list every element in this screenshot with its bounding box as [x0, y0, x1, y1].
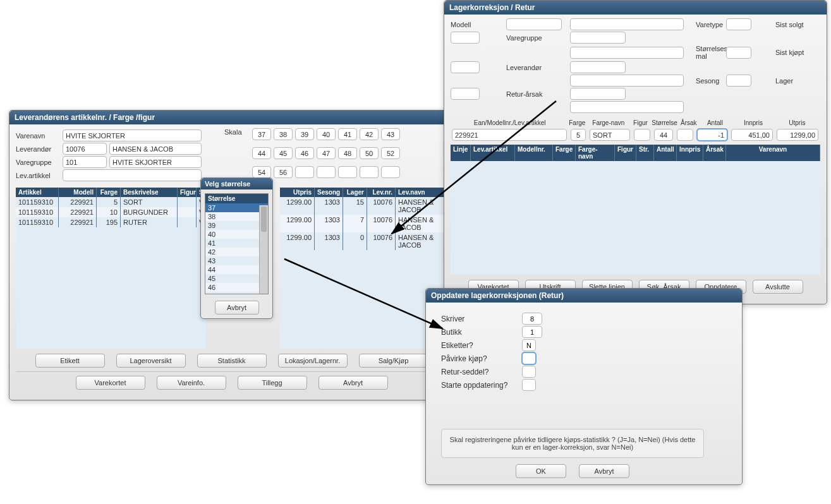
sistkjopt-input[interactable]	[451, 61, 480, 73]
label-stmal: Størrelses-mal	[696, 45, 721, 60]
label-levartikkel: Lev.artikkel	[16, 172, 60, 179]
salgkjop-button[interactable]: Salg/Kjøp	[359, 354, 428, 368]
table-row[interactable]: 101159310 229921 195 RUTER VI	[16, 217, 205, 227]
skriver-input[interactable]	[522, 313, 542, 325]
left-table-body[interactable]: 101159310 229921 5 SORT VI 101159310 229…	[16, 197, 205, 349]
lokasjon-button[interactable]: Lokasjon/Lagernr.	[278, 354, 348, 368]
varegruppe-navn-input[interactable]	[109, 156, 202, 168]
varegruppe2-name-input[interactable]	[570, 47, 684, 59]
skala-cell[interactable]	[381, 166, 400, 178]
tillegg-button[interactable]: Tillegg	[238, 376, 307, 390]
skala-cell[interactable]	[274, 166, 293, 178]
skala-cell[interactable]	[252, 147, 271, 159]
figur-input[interactable]	[634, 129, 650, 141]
label-varenavn: Varenavn	[16, 132, 60, 140]
supplier-article-window: Leverandørens artikkelnr. / Farge /figur…	[9, 110, 454, 400]
label-retursedd: Retur-seddel?	[441, 368, 517, 376]
skala-cell[interactable]	[360, 166, 379, 178]
skala-cell[interactable]	[338, 128, 357, 140]
skala-cell[interactable]	[317, 128, 336, 140]
innpris-input[interactable]	[731, 129, 773, 141]
farge-input[interactable]	[571, 129, 586, 141]
etikett-button[interactable]: Etikett	[35, 354, 105, 368]
levartikkel-input[interactable]	[63, 169, 202, 181]
ean-input[interactable]	[452, 129, 567, 141]
avslutte-button[interactable]: Avslutte	[753, 280, 803, 294]
etiketter-input[interactable]	[522, 339, 536, 351]
skala-cell[interactable]	[252, 128, 271, 140]
varegruppe-id-input[interactable]	[63, 156, 107, 168]
leverandor-navn-input[interactable]	[109, 143, 202, 155]
skala-cell[interactable]	[317, 147, 336, 159]
fargenavn-input[interactable]	[590, 129, 630, 141]
utpris-input[interactable]	[777, 129, 818, 141]
leverandor2-name-input[interactable]	[570, 75, 684, 87]
label-sesong: Sesong	[696, 77, 721, 85]
skala-cell[interactable]	[338, 166, 357, 178]
table-row[interactable]: 1299.00 1303 15 10076 HANSEN & JACOB	[280, 197, 457, 215]
antall-input[interactable]	[697, 129, 727, 141]
butikk-input[interactable]	[522, 326, 542, 338]
table-row[interactable]: 101159310 229921 5 SORT VI	[16, 197, 205, 207]
varekortet-button[interactable]: Varekortet	[76, 376, 145, 390]
label-pavirke: Påvirke kjøp?	[441, 354, 517, 363]
table-row[interactable]: 1299.00 1303 0 10076 HANSEN & JACOB	[280, 232, 457, 250]
table-row[interactable]: 101159310 229921 10 BURGUNDER VI	[16, 207, 205, 217]
size-cancel-button[interactable]: Avbryt	[215, 301, 259, 315]
retur-name-input[interactable]	[570, 101, 684, 113]
skala-cell[interactable]	[317, 166, 336, 178]
varenavn-input[interactable]	[63, 129, 202, 141]
skala-cell[interactable]	[295, 147, 314, 159]
label-modell: Modell	[451, 21, 501, 28]
size-list[interactable]: Størrelse 37 38 39 40 41 42 43 44 45 46 …	[205, 193, 269, 294]
sesong-input[interactable]	[726, 75, 751, 87]
skala-cell[interactable]	[360, 147, 379, 159]
arsak-input[interactable]	[677, 129, 693, 141]
label-leverandor: Leverandør	[16, 145, 60, 153]
stmal-input[interactable]	[726, 47, 751, 59]
ok-button[interactable]: OK	[516, 464, 566, 478]
retursedd-input[interactable]	[522, 366, 536, 378]
leverandor2-input[interactable]	[570, 61, 626, 73]
dialog-hint: Skal registreringene påvirke tidligere k…	[441, 429, 704, 458]
size-popup: Velg størrelse Størrelse 37 38 39 40 41 …	[200, 177, 273, 319]
lageroversikt-button[interactable]: Lageroversikt	[116, 354, 186, 368]
label-lager: Lager	[775, 77, 804, 85]
varegruppe2-input[interactable]	[570, 32, 626, 44]
retur-input[interactable]	[570, 88, 626, 100]
skala-cell[interactable]	[274, 128, 293, 140]
table-row[interactable]: 1299.00 1303 7 10076 HANSEN & JACOB	[280, 215, 457, 232]
leverandor-id-input[interactable]	[63, 143, 107, 155]
dialog-cancel-button[interactable]: Avbryt	[579, 464, 629, 478]
label-butikk: Butikk	[441, 328, 517, 337]
hdr-utpris: Utpris	[775, 119, 819, 126]
hdr-ean: Ean/Modellnr./Lev.artikkel	[452, 119, 567, 126]
entries-table-body[interactable]	[451, 161, 820, 275]
skala-cell[interactable]	[381, 147, 400, 159]
skala-cell[interactable]	[274, 147, 293, 159]
statistikk-button[interactable]: Statistikk	[197, 354, 267, 368]
skala-cell[interactable]	[252, 166, 271, 178]
modell-input[interactable]	[506, 18, 562, 30]
skala-cell[interactable]	[360, 128, 379, 140]
vareinfo-button[interactable]: Vareinfo.	[157, 376, 226, 390]
skala-cell[interactable]	[338, 147, 357, 159]
storrelse-input[interactable]	[654, 129, 673, 141]
hdr-storrelse: Størrelse	[650, 119, 679, 126]
hdr-arsak: Årsak	[679, 119, 699, 126]
avbryt-button[interactable]: Avbryt	[318, 376, 388, 390]
pavirke-input[interactable]	[522, 352, 536, 364]
lager-input[interactable]	[451, 88, 480, 100]
scrollbar[interactable]	[259, 205, 268, 294]
size-popup-title: Velg størrelse	[201, 178, 272, 189]
label-varetype: Varetype	[696, 21, 721, 28]
label-skriver: Skriver	[441, 315, 517, 323]
modell-name-input[interactable]	[570, 18, 684, 30]
skala-cell[interactable]	[295, 128, 314, 140]
varetype-input[interactable]	[726, 18, 751, 30]
skala-cell[interactable]	[381, 128, 400, 140]
sistsolgt-input[interactable]	[451, 32, 480, 44]
skala-grid	[252, 128, 400, 183]
starte-input[interactable]	[522, 379, 536, 391]
skala-cell[interactable]	[295, 166, 314, 178]
